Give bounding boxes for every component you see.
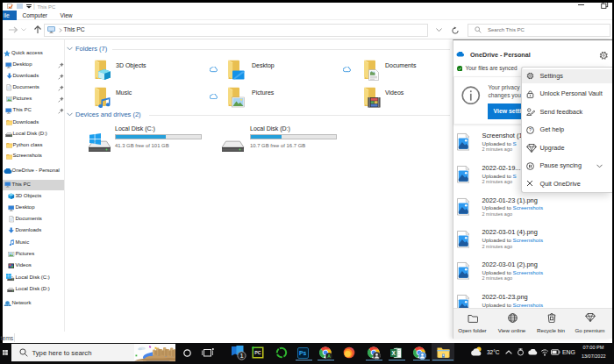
svg-text:1: 1 [239,352,243,360]
svg-text:PC: PC [254,350,261,355]
svg-text:?: ? [529,127,532,132]
svg-text:X: X [392,350,396,356]
svg-text:A: A [327,353,331,359]
